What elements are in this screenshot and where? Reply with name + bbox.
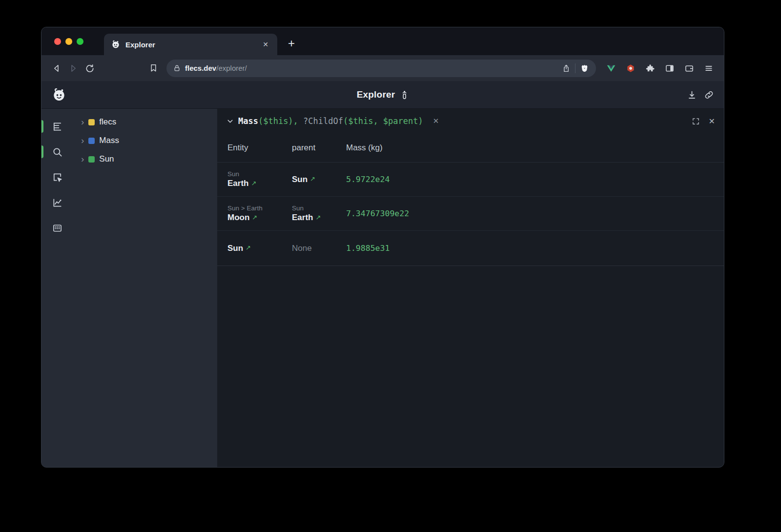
reload-button[interactable] <box>82 60 98 77</box>
parent-name-label: Sun <box>292 175 308 184</box>
content-area: › flecs › Mass › Sun Mass($this), ?Chi <box>41 109 724 467</box>
inspect-icon[interactable] <box>50 170 64 184</box>
external-link-icon: ↗ <box>246 244 251 251</box>
traffic-lights <box>54 38 83 45</box>
download-icon[interactable] <box>687 90 697 100</box>
query-header: Mass($this), ?ChildOf($this, $parent) ✕ … <box>217 109 724 133</box>
entity-tree-icon[interactable] <box>50 120 64 133</box>
share-icon[interactable] <box>562 64 571 73</box>
mass-value: 5.9722e24 <box>346 175 724 184</box>
parent-link[interactable]: Earth↗ <box>292 213 321 223</box>
menu-icon[interactable] <box>700 60 717 77</box>
entity-color-swatch <box>88 156 95 163</box>
entity-name-label: Earth <box>227 179 248 188</box>
brave-shields-icon[interactable] <box>580 63 589 73</box>
collapse-chevron-icon[interactable] <box>226 117 234 125</box>
window-close-button[interactable] <box>54 38 61 45</box>
entity-link[interactable]: Earth↗ <box>227 179 256 188</box>
tab-strip: Explorer ✕ + <box>41 27 724 55</box>
query-term-optional: ?ChildOf <box>303 116 343 126</box>
browser-toolbar: flecs.dev/explorer/ <box>41 55 724 81</box>
column-header-parent: parent <box>292 143 346 153</box>
query-term-component: Mass <box>238 116 258 126</box>
app-header: Explorer <box>41 81 724 109</box>
browser-window: Explorer ✕ + flecs.dev/explorer/ <box>41 27 724 468</box>
entity-color-swatch <box>88 119 95 125</box>
entity-link[interactable]: Sun↗ <box>227 244 251 253</box>
new-tab-button[interactable]: + <box>285 38 298 51</box>
external-link-icon: ↗ <box>310 175 315 183</box>
expand-chevron-icon[interactable]: › <box>81 136 84 145</box>
entity-link[interactable]: Moon↗ <box>227 213 257 223</box>
clear-query-icon[interactable]: ✕ <box>433 117 439 125</box>
window-minimize-button[interactable] <box>65 38 72 45</box>
back-button[interactable] <box>48 60 65 77</box>
extensions-area <box>603 60 717 77</box>
expand-chevron-icon[interactable]: › <box>81 154 84 164</box>
column-header-mass: Mass (kg) <box>346 143 724 153</box>
mass-value: 7.34767309e22 <box>346 209 724 218</box>
fullscreen-icon[interactable] <box>692 117 700 125</box>
entity-path: Sun <box>227 170 292 178</box>
entity-path: Sun > Earth <box>227 205 292 212</box>
window-zoom-button[interactable] <box>77 38 83 45</box>
entity-name-label: Moon <box>227 213 249 223</box>
statistics-chart-icon[interactable] <box>50 196 64 209</box>
page-title: Explorer <box>357 89 395 100</box>
table-row: Sun > Earth Moon↗ Sun Earth↗ 7.34767309e… <box>217 197 724 231</box>
active-panel-indicator <box>41 145 43 158</box>
search-icon[interactable] <box>50 145 64 159</box>
mass-value: 1.9885e31 <box>346 244 724 253</box>
query-term-args: ($this), <box>258 116 303 126</box>
icon-rail <box>41 109 73 467</box>
lock-icon[interactable] <box>173 64 181 72</box>
title-group: Explorer <box>357 89 409 100</box>
url-domain: flecs.dev <box>185 64 216 72</box>
flecs-favicon-icon <box>111 40 121 49</box>
external-link-icon: ↗ <box>251 180 256 187</box>
expand-chevron-icon[interactable]: › <box>81 117 84 126</box>
table-row: Sun Earth↗ Sun↗ 5.9722e24 <box>217 163 724 197</box>
sidebar-toggle-icon[interactable] <box>661 60 678 77</box>
query-term-args: ($this, $parent) <box>343 116 423 126</box>
parent-name-label: Earth <box>292 213 313 223</box>
close-panel-icon[interactable]: ✕ <box>709 117 715 126</box>
entity-color-swatch <box>88 138 95 144</box>
parent-path: Sun <box>292 205 346 212</box>
tab-close-button[interactable]: ✕ <box>261 40 270 49</box>
hexagon-extension-icon[interactable] <box>622 60 639 77</box>
query-panel: Mass($this), ?ChildOf($this, $parent) ✕ … <box>217 109 724 467</box>
permalink-icon[interactable] <box>704 90 714 100</box>
query-expression[interactable]: Mass($this), ?ChildOf($this, $parent) <box>238 116 423 126</box>
address-bar[interactable]: flecs.dev/explorer/ <box>166 60 596 77</box>
forward-button[interactable] <box>65 60 82 77</box>
url-text: flecs.dev/explorer/ <box>185 64 247 72</box>
query-panel-actions: ✕ <box>692 117 715 126</box>
bookmark-icon[interactable] <box>145 60 162 77</box>
entity-name-label: Sun <box>227 244 243 253</box>
column-header-entity: Entity <box>227 143 292 153</box>
console-icon[interactable] <box>50 221 64 235</box>
tab-title: Explorer <box>125 41 256 49</box>
external-link-icon: ↗ <box>252 214 257 221</box>
tree-item-label: Sun <box>99 154 114 164</box>
app-header-actions <box>687 90 714 100</box>
tab-explorer[interactable]: Explorer ✕ <box>104 34 277 55</box>
external-link-icon: ↗ <box>315 214 321 221</box>
extensions-puzzle-icon[interactable] <box>642 60 658 77</box>
tree-item-sun[interactable]: › Sun <box>73 150 217 168</box>
flecs-logo-icon[interactable] <box>51 87 67 102</box>
vue-devtools-extension-icon[interactable] <box>603 60 619 77</box>
url-path: /explorer/ <box>216 64 247 72</box>
parent-link[interactable]: Sun↗ <box>292 175 315 184</box>
tree-item-flecs[interactable]: › flecs <box>73 113 217 131</box>
tree-item-label: Mass <box>99 136 119 145</box>
tree-item-mass[interactable]: › Mass <box>73 131 217 150</box>
active-panel-indicator <box>41 120 43 133</box>
parent-none-label: None <box>292 244 346 253</box>
table-row: Sun↗ None 1.9885e31 <box>217 231 724 266</box>
tree-item-label: flecs <box>99 117 116 127</box>
remote-connection-icon <box>400 90 409 100</box>
entity-tree-panel: › flecs › Mass › Sun <box>73 109 217 467</box>
wallet-icon[interactable] <box>681 60 698 77</box>
